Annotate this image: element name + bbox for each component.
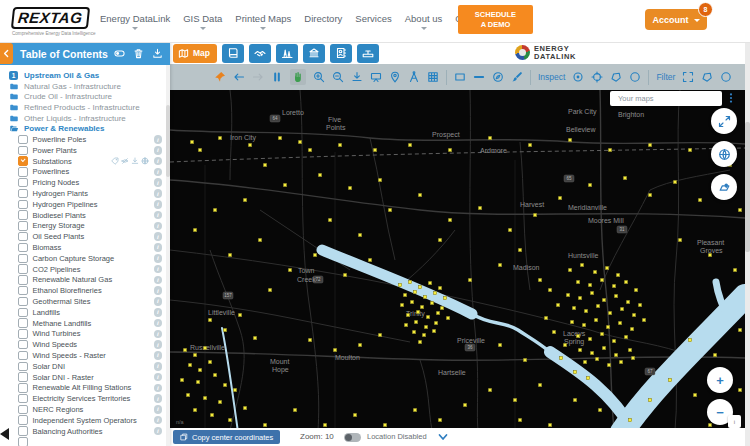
substation-dot[interactable]: [590, 351, 594, 355]
nav-item-gis-data[interactable]: GIS Data: [183, 13, 222, 30]
substation-dot[interactable]: [180, 378, 184, 382]
substation-dot[interactable]: [572, 306, 576, 310]
substation-dot[interactable]: [422, 333, 426, 337]
substation-dot[interactable]: [631, 356, 635, 360]
substation-dot[interactable]: [713, 353, 717, 357]
info-icon[interactable]: i: [154, 340, 163, 349]
gis-library-button[interactable]: [222, 44, 244, 63]
substation-dot[interactable]: [430, 301, 434, 305]
substation-dot[interactable]: [424, 325, 428, 329]
zoom-in-button[interactable]: +: [707, 367, 733, 393]
substation-dot[interactable]: [208, 318, 212, 322]
substation-dot[interactable]: [418, 193, 422, 197]
tag-icon[interactable]: [111, 157, 119, 165]
substation-dot[interactable]: [600, 332, 604, 336]
layer-checkbox[interactable]: [18, 167, 28, 177]
eye-off-icon[interactable]: [121, 157, 129, 165]
info-icon[interactable]: i: [154, 319, 163, 328]
substation-dot[interactable]: [426, 315, 430, 319]
substation-dot[interactable]: [688, 338, 692, 342]
substation-dot[interactable]: [404, 323, 408, 327]
substation-dot[interactable]: [416, 310, 420, 314]
substation-dot[interactable]: [253, 336, 257, 340]
substation-dot[interactable]: [568, 268, 572, 272]
substation-dot[interactable]: [408, 143, 412, 147]
substation-dot[interactable]: [278, 136, 282, 140]
substation-dot[interactable]: [642, 318, 646, 322]
collapse-sidebar-button[interactable]: [0, 43, 13, 64]
layer-checkbox[interactable]: [18, 329, 28, 339]
substation-dot[interactable]: [618, 321, 622, 325]
substation-dot[interactable]: [698, 198, 702, 202]
layer-checkbox[interactable]: [18, 178, 28, 188]
substation-dot[interactable]: [378, 333, 382, 337]
substation-dot[interactable]: [418, 285, 422, 289]
substation-dot[interactable]: [446, 316, 450, 320]
layer-checkbox[interactable]: [18, 297, 28, 307]
substation-dot[interactable]: [190, 140, 194, 144]
substation-dot[interactable]: [263, 423, 267, 427]
filter-extent-icon[interactable]: [682, 71, 694, 83]
info-icon[interactable]: i: [154, 373, 163, 382]
substation-dot[interactable]: [578, 296, 582, 300]
substation-dot[interactable]: [626, 300, 630, 304]
directory-button[interactable]: [330, 44, 352, 63]
substation-dot[interactable]: [634, 288, 638, 292]
substation-dot[interactable]: [412, 330, 416, 334]
layer-checkbox[interactable]: [18, 264, 28, 274]
info-icon[interactable]: i: [154, 351, 163, 360]
substation-dot[interactable]: [248, 143, 252, 147]
nav-item-services[interactable]: Services: [355, 13, 391, 30]
info-icon[interactable]: i: [154, 265, 163, 274]
substation-dot[interactable]: [688, 148, 692, 152]
substation-dot[interactable]: [576, 280, 580, 284]
substation-dot[interactable]: [648, 193, 652, 197]
export-icon[interactable]: [152, 48, 163, 59]
substation-dot[interactable]: [586, 376, 590, 380]
substation-dot[interactable]: [648, 398, 652, 402]
substation-dot[interactable]: [612, 339, 616, 343]
substation-dot[interactable]: [218, 136, 222, 140]
substation-dot[interactable]: [608, 311, 612, 315]
substation-dot[interactable]: [528, 143, 532, 147]
download-icon[interactable]: [131, 157, 139, 165]
substation-dot[interactable]: [358, 233, 362, 237]
inspect-polygon-icon[interactable]: [610, 71, 622, 83]
substation-dot[interactable]: [619, 360, 623, 364]
substation-dot[interactable]: [193, 228, 197, 232]
layer-checkbox[interactable]: [18, 318, 28, 328]
info-icon[interactable]: i: [154, 394, 163, 403]
substation-dot[interactable]: [413, 290, 417, 294]
substation-dot[interactable]: [628, 348, 632, 352]
substation-dot[interactable]: [582, 323, 586, 327]
substation-dot[interactable]: [283, 183, 287, 187]
info-icon[interactable]: i: [154, 427, 163, 436]
substation-dot[interactable]: [668, 378, 672, 382]
substation-dot[interactable]: [563, 343, 567, 347]
inspect-crosshair-icon[interactable]: [591, 71, 603, 83]
substation-dot[interactable]: [428, 281, 432, 285]
substation-dot[interactable]: [406, 313, 410, 317]
substation-dot[interactable]: [738, 388, 742, 392]
substation-dot[interactable]: [183, 348, 187, 352]
substation-dot[interactable]: [573, 398, 577, 402]
layer-checkbox[interactable]: [18, 362, 28, 372]
substation-dot[interactable]: [193, 408, 197, 412]
substation-dot[interactable]: [513, 398, 517, 402]
info-icon[interactable]: i: [154, 254, 163, 263]
substation-dot[interactable]: [614, 353, 618, 357]
substation-dot[interactable]: [588, 283, 592, 287]
substation-dot[interactable]: [605, 266, 609, 270]
globe-icon[interactable]: [141, 157, 149, 165]
substation-dot[interactable]: [568, 138, 572, 142]
info-icon[interactable]: i: [154, 330, 163, 339]
substation-dot[interactable]: [548, 423, 552, 427]
substation-dot[interactable]: [498, 263, 502, 267]
location-toggle[interactable]: [344, 433, 361, 442]
finance-button[interactable]: [303, 44, 325, 63]
info-icon[interactable]: i: [154, 189, 163, 198]
info-icon[interactable]: i: [154, 405, 163, 414]
info-icon[interactable]: i: [154, 146, 163, 155]
substation-dot[interactable]: [258, 238, 262, 242]
substation-dot[interactable]: [213, 208, 217, 212]
